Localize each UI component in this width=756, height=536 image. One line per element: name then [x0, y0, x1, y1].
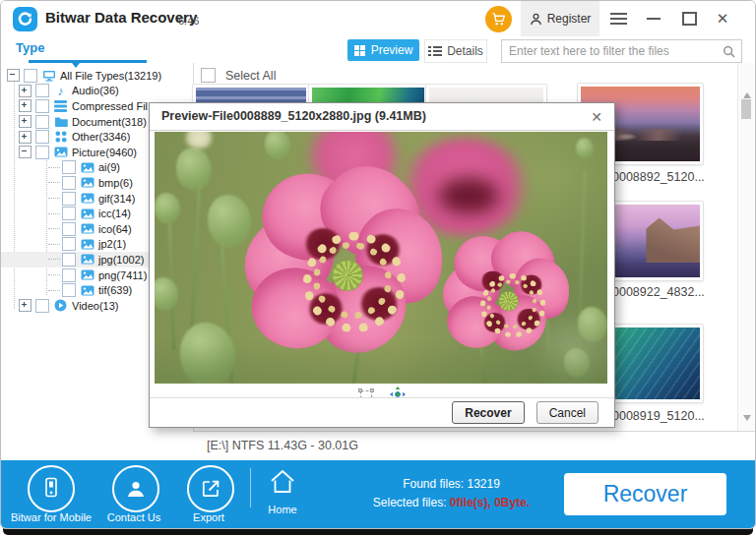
- tree-connector: [48, 290, 60, 291]
- checkbox[interactable]: [35, 130, 49, 144]
- picture-icon: [80, 161, 94, 174]
- scrollbar-thumb[interactable]: [741, 99, 751, 119]
- tab-notch: [72, 63, 80, 72]
- checkbox[interactable]: [62, 237, 76, 251]
- expand-icon[interactable]: [19, 115, 32, 128]
- bottom-action-bar: Bitwar for Mobile Contact Us Export Home…: [1, 460, 755, 528]
- checkbox[interactable]: [62, 160, 76, 174]
- tree-item-label: Other(3346): [72, 131, 130, 143]
- bitwar-for-mobile-button[interactable]: [28, 465, 75, 512]
- seed-pod: [176, 148, 212, 191]
- details-toggle-button[interactable]: Details: [424, 39, 487, 63]
- contact-us-label[interactable]: Contact Us: [94, 511, 173, 523]
- checkbox[interactable]: [62, 222, 76, 236]
- picture-icon: [80, 238, 94, 251]
- modal-footer: Recover Cancel: [150, 397, 614, 427]
- toolbar: Type Preview Details: [1, 36, 755, 64]
- maximize-button[interactable]: [674, 1, 704, 36]
- file-stats: Found files: 13219 Selected files: 0file…: [326, 475, 577, 512]
- expand-icon[interactable]: [19, 131, 32, 144]
- picture-icon: [53, 146, 68, 158]
- contact-person-icon: [125, 478, 147, 500]
- title-bar: Bitwar Data Recovery 6.46 Register ✕: [1, 1, 755, 36]
- scroll-down-icon[interactable]: [743, 415, 751, 425]
- expand-icon[interactable]: [19, 99, 32, 112]
- purchase-cart-button[interactable]: [485, 6, 512, 32]
- modal-recover-button[interactable]: Recover: [452, 401, 524, 424]
- register-button[interactable]: Register: [521, 1, 599, 36]
- scroll-up-icon[interactable]: [743, 89, 751, 98]
- checkbox[interactable]: [24, 69, 37, 83]
- seed-pod: [208, 195, 251, 248]
- tree-connector: [48, 198, 60, 199]
- folder-icon: [53, 115, 68, 128]
- home-label[interactable]: Home: [260, 504, 305, 515]
- app-window: Bitwar Data Recovery 6.46 Register ✕ Typ…: [0, 0, 756, 529]
- tree-item-audio[interactable]: Audio(36): [1, 84, 193, 99]
- picture-icon: [80, 176, 94, 189]
- thumbnail-caption: 0008919_5120...: [612, 409, 705, 423]
- poppy-flower-large: [248, 183, 445, 365]
- checkbox[interactable]: [62, 283, 76, 297]
- checkbox[interactable]: [62, 192, 76, 206]
- app-version: 6.46: [178, 15, 199, 27]
- tree-connector: [48, 213, 60, 214]
- mobile-phone-icon: [41, 477, 61, 501]
- checkbox[interactable]: [62, 176, 76, 190]
- tree-item-label: ico(64): [98, 223, 132, 235]
- export-icon: [201, 479, 220, 499]
- collapse-icon[interactable]: [19, 146, 32, 158]
- details-label: Details: [447, 44, 483, 58]
- tree-item-label: jpg(1002): [98, 254, 144, 266]
- checkbox[interactable]: [62, 207, 76, 220]
- search-icon[interactable]: [723, 45, 735, 58]
- home-button[interactable]: [268, 468, 297, 496]
- list-view-icon: [428, 46, 442, 56]
- picture-icon: [80, 253, 94, 266]
- other-files-icon: [53, 131, 68, 144]
- checkbox[interactable]: [35, 115, 49, 129]
- bitwar-for-mobile-label[interactable]: Bitwar for Mobile: [6, 511, 96, 523]
- checkbox[interactable]: [35, 84, 49, 97]
- tree-connector: [48, 259, 60, 260]
- checkbox[interactable]: [62, 268, 76, 282]
- picture-icon: [80, 268, 94, 281]
- expand-icon[interactable]: [19, 85, 32, 97]
- status-bar: [E:\] NTFS 11.43G - 30.01G: [193, 431, 755, 461]
- preview-toggle-button[interactable]: Preview: [347, 39, 419, 61]
- menu-button[interactable]: [603, 1, 633, 36]
- audio-icon: [53, 85, 68, 97]
- modal-close-button[interactable]: ✕: [587, 107, 606, 127]
- contact-us-button[interactable]: [112, 465, 159, 512]
- found-files-text: Found files: 13219: [326, 475, 577, 494]
- collapse-icon[interactable]: [7, 69, 20, 82]
- tree-connector: [48, 167, 60, 168]
- minimize-button[interactable]: [639, 1, 668, 36]
- checkbox[interactable]: [35, 146, 49, 159]
- home-icon: [268, 468, 297, 496]
- register-label: Register: [547, 12, 592, 26]
- close-button[interactable]: ✕: [708, 1, 737, 36]
- expand-icon[interactable]: [19, 299, 32, 312]
- export-button[interactable]: [187, 465, 234, 512]
- search-input[interactable]: [502, 44, 723, 58]
- checkbox[interactable]: [62, 253, 76, 267]
- recover-main-button[interactable]: Recover: [564, 473, 726, 515]
- selected-files-prefix: Selected files:: [373, 496, 450, 509]
- tree-connector: [48, 244, 60, 245]
- maximize-icon: [682, 12, 697, 26]
- select-all-checkbox[interactable]: [201, 68, 216, 83]
- picture-icon: [80, 208, 94, 220]
- checkbox[interactable]: [35, 299, 49, 313]
- export-label[interactable]: Export: [179, 511, 238, 523]
- tree-item-all-file-types[interactable]: All File Types(13219): [1, 68, 193, 84]
- drive-info: [E:\] NTFS 11.43G - 30.01G: [207, 439, 358, 452]
- tab-type[interactable]: Type: [16, 40, 44, 55]
- modal-cancel-button[interactable]: Cancel: [536, 401, 598, 424]
- poppy-photo: [155, 132, 607, 384]
- checkbox[interactable]: [35, 99, 49, 113]
- tree-item-label: ai(9): [98, 161, 120, 173]
- seed-pod: [265, 132, 290, 159]
- scrollbar[interactable]: [737, 63, 755, 431]
- screenshot-frame: Bitwar Data Recovery 6.46 Register ✕ Typ…: [0, 0, 756, 536]
